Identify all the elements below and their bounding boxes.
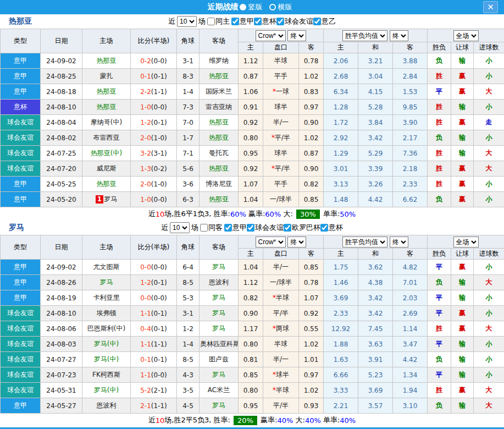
- radio-vertical[interactable]: 竖版: [240, 2, 263, 12]
- recent-count-select[interactable]: 10: [170, 222, 190, 233]
- result-goals: 小: [474, 290, 504, 306]
- match-score: 0-2(0-0): [131, 53, 177, 69]
- away-team: 国际米兰: [200, 84, 239, 100]
- match-score: 1-1(1-1): [131, 337, 177, 352]
- avg-home: 2.33: [324, 306, 358, 321]
- match-row: 球会友谊24-07-23FK柯西斯1-1(0-0)4-3罗马0.85*球半0.9…: [1, 367, 504, 383]
- avg-draw: 5.29: [358, 146, 393, 161]
- league-filter[interactable]: 意甲: [231, 16, 254, 26]
- same-venue-checkbox[interactable]: [207, 18, 215, 25]
- scope-select[interactable]: 全场: [453, 30, 479, 41]
- wdl-type-select[interactable]: 胜平负均值: [342, 30, 387, 41]
- avg-home: 2.68: [324, 69, 358, 84]
- avg-home: 1.88: [324, 337, 358, 352]
- match-row: 球会友谊24-08-03罗马(中)1-1(1-1)1-4奥林匹亚科斯0.80半球…: [1, 337, 504, 352]
- match-date: 24-07-25: [41, 146, 82, 161]
- result-goals: 大: [474, 383, 504, 398]
- odds-away: 0.97: [299, 100, 324, 115]
- same-venue-checkbox[interactable]: [200, 224, 208, 232]
- match-date: 24-05-25: [41, 177, 82, 192]
- away-team: 博洛尼亚: [200, 177, 239, 192]
- match-date: 24-05-27: [41, 398, 82, 414]
- league-filter[interactable]: 欧罗巴杯: [284, 223, 320, 233]
- result-handicap: 输: [451, 146, 474, 161]
- result-handicap: 赢: [451, 306, 474, 321]
- avg-away: 7.36: [393, 146, 428, 161]
- result-wdl: 胜: [428, 161, 451, 177]
- wdl-time-select[interactable]: 终: [390, 30, 408, 41]
- match-date: 24-07-20: [41, 161, 82, 177]
- same-venue-filter[interactable]: 同客: [200, 223, 223, 233]
- league-checkbox[interactable]: [276, 18, 284, 25]
- odds-away: 1.02: [299, 337, 324, 352]
- handicap-line: 半/一: [263, 115, 299, 130]
- odds-time-select[interactable]: 终: [287, 30, 306, 41]
- col-odds-away: 客: [299, 42, 324, 53]
- avg-home: 6.34: [324, 84, 358, 100]
- scope-select[interactable]: 全场: [453, 237, 479, 248]
- league-checkbox[interactable]: [224, 224, 232, 232]
- odds-away: 0.85: [299, 192, 324, 207]
- league-filter[interactable]: 球会友谊: [276, 16, 313, 26]
- result-goals: 小: [474, 192, 504, 207]
- league-badge: 意甲: [1, 290, 41, 306]
- recent-count-select[interactable]: 10: [177, 16, 197, 27]
- col-home: 主场: [82, 29, 131, 53]
- col-home: 主场: [82, 235, 131, 260]
- result-wdl: 胜: [428, 69, 451, 84]
- summary-segment: 10: [156, 210, 165, 218]
- avg-home: 2.92: [324, 130, 358, 146]
- odds-provider-select[interactable]: Crow*: [256, 237, 286, 248]
- same-venue-filter[interactable]: 同主: [207, 16, 230, 26]
- odds-home: 1.12: [239, 53, 263, 69]
- result-handicap: 输: [451, 337, 474, 352]
- recent-label: 近: [161, 223, 168, 233]
- wdl-time-select[interactable]: 终: [390, 237, 408, 248]
- corner-score: 1-7: [177, 130, 200, 146]
- away-team: 罗马: [200, 290, 239, 306]
- odds-provider-select[interactable]: Crow*: [256, 30, 286, 41]
- match-score: 1-0(0-0): [131, 100, 177, 115]
- result-goals: 小: [474, 69, 504, 84]
- handicap-line: 平/半: [263, 306, 299, 321]
- league-badge: 意甲: [1, 177, 41, 192]
- avg-away: 2.33: [393, 177, 428, 192]
- result-goals: 小: [474, 100, 504, 115]
- league-filter[interactable]: 意杯: [320, 223, 343, 233]
- match-score: 1-2(0-1): [131, 275, 177, 290]
- odds-select-cell: Crow* 终: [239, 29, 324, 42]
- result-goals: 大: [474, 146, 504, 161]
- league-filter[interactable]: 球会友谊: [247, 223, 284, 233]
- close-button[interactable]: ✕: [483, 1, 498, 13]
- summary-row-home-team: 近10场,胜6平1负3, 胜率:60% 赢率:60% 大: 30% 单率:50%: [0, 207, 504, 221]
- league-filter[interactable]: 意乙: [313, 16, 336, 26]
- league-filter[interactable]: 意杯: [254, 16, 276, 26]
- odds-time-select[interactable]: 终: [287, 237, 306, 248]
- corner-score: 5-6: [177, 161, 200, 177]
- same-venue-label: 同主: [215, 16, 230, 26]
- match-date: 24-08-10: [41, 100, 82, 115]
- odds-away: 0.90: [299, 161, 324, 177]
- league-filter[interactable]: 意甲: [224, 223, 247, 233]
- league-checkbox[interactable]: [284, 224, 291, 232]
- home-team: 罗马(中): [82, 383, 131, 398]
- league-checkbox[interactable]: [231, 18, 239, 25]
- league-checkbox[interactable]: [247, 224, 254, 232]
- league-badge: 意甲: [1, 192, 41, 207]
- home-team: 恩波利: [82, 398, 131, 414]
- corner-score: 3-1: [177, 306, 200, 321]
- odds-home: 1.06: [239, 84, 263, 100]
- league-checkbox[interactable]: [320, 224, 328, 232]
- radio-horizontal[interactable]: 横版: [269, 2, 292, 12]
- result-wdl: 平: [428, 260, 451, 275]
- result-wdl: 平: [428, 367, 451, 383]
- avg-home: 3.69: [324, 290, 358, 306]
- summary-segment: 近: [148, 415, 156, 425]
- match-date: 24-08-04: [41, 115, 82, 130]
- league-checkbox[interactable]: [254, 18, 262, 25]
- match-date: 24-07-27: [41, 352, 82, 367]
- corner-score: 6-3: [177, 192, 200, 207]
- league-label: 球会友谊: [255, 223, 284, 233]
- wdl-type-select[interactable]: 胜平负均值: [342, 237, 387, 248]
- league-checkbox[interactable]: [313, 18, 321, 25]
